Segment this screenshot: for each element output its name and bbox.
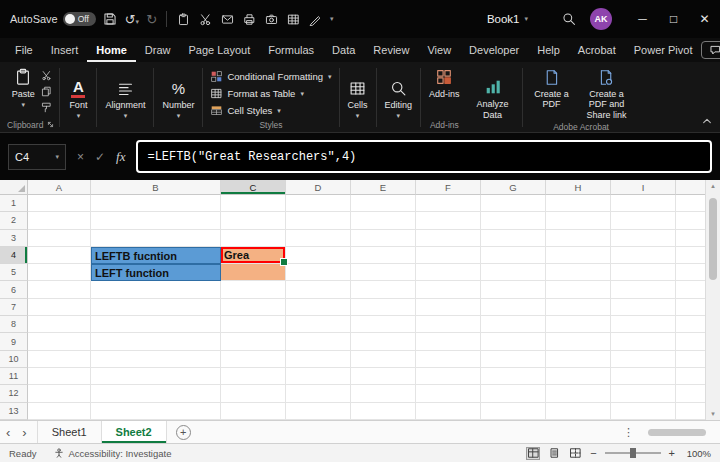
menu-tab-power-pivot[interactable]: Power Pivot [625,38,702,62]
zoom-in-button[interactable]: + [668,447,676,459]
row-header-7[interactable]: 7 [0,299,28,316]
cell-A12[interactable] [28,385,91,402]
cell-E9[interactable] [351,333,416,350]
cell-E2[interactable] [351,212,416,229]
cell-G1[interactable] [481,195,546,212]
menu-tab-page-layout[interactable]: Page Layout [179,38,259,62]
cell-G10[interactable] [481,351,546,368]
search-icon[interactable] [561,12,576,27]
cell-filler[interactable] [676,195,705,212]
cell-D12[interactable] [286,385,351,402]
cell-H6[interactable] [546,281,611,298]
normal-view-button[interactable] [526,447,540,460]
cells-button[interactable]: Cells ▾ [345,76,371,121]
column-header-H[interactable]: H [546,180,611,195]
cell-D6[interactable] [286,281,351,298]
cell-A7[interactable] [28,299,91,316]
undo-button[interactable]: ↺▾ [125,13,139,26]
cell-D13[interactable] [286,403,351,420]
cell-H13[interactable] [546,403,611,420]
autosave-switch[interactable]: Off [63,12,96,26]
cell-filler[interactable] [676,264,705,281]
redo-button[interactable]: ↻ [146,13,157,26]
row-header-5[interactable]: 5 [0,264,28,281]
cell-D3[interactable] [286,230,351,247]
cell-I3[interactable] [611,230,676,247]
column-header-E[interactable]: E [351,180,416,195]
row-header-4[interactable]: 4 [0,247,28,264]
cell-filler[interactable] [676,230,705,247]
cell-C12[interactable] [221,385,286,402]
vertical-scrollbar[interactable]: ▴ ▾ [705,180,720,420]
cell-F4[interactable] [416,247,481,264]
cell-A4[interactable] [28,247,91,264]
scroll-down-icon[interactable]: ▾ [711,410,715,418]
draw-qat-icon[interactable] [308,12,323,27]
cell-C13[interactable] [221,403,286,420]
cell-A6[interactable] [28,281,91,298]
cell-B8[interactable] [91,316,221,333]
cell-B7[interactable] [91,299,221,316]
column-header-C[interactable]: C [221,180,286,195]
cancel-entry-button[interactable]: × [77,150,84,164]
sheet-nav-left-button[interactable]: ‹ [0,425,16,440]
cell-I7[interactable] [611,299,676,316]
cell-F7[interactable] [416,299,481,316]
sheet-bar-menu-icon[interactable]: ⋮ [619,426,638,439]
cell-B2[interactable] [91,212,221,229]
cell-A11[interactable] [28,368,91,385]
cell-E1[interactable] [351,195,416,212]
cell-G13[interactable] [481,403,546,420]
column-header-D[interactable]: D [286,180,351,195]
select-all-corner[interactable] [0,180,28,195]
zoom-slider-thumb[interactable] [630,448,636,458]
cell-H10[interactable] [546,351,611,368]
cell-filler[interactable] [676,385,705,402]
menu-tab-draw[interactable]: Draw [136,38,180,62]
format-as-table-button[interactable]: Format as Table ▾ [208,85,333,101]
number-button[interactable]: % Number ▾ [159,76,197,121]
cell-filler[interactable] [676,281,705,298]
cell-F12[interactable] [416,385,481,402]
cell-F10[interactable] [416,351,481,368]
cell-F3[interactable] [416,230,481,247]
cell-B9[interactable] [91,333,221,350]
collapse-ribbon-button[interactable] [702,111,712,129]
cell-B1[interactable] [91,195,221,212]
cell-C9[interactable] [221,333,286,350]
cell-C7[interactable] [221,299,286,316]
menu-tab-view[interactable]: View [418,38,460,62]
menu-tab-insert[interactable]: Insert [42,38,88,62]
cell-E6[interactable] [351,281,416,298]
menu-tab-developer[interactable]: Developer [460,38,528,62]
cell-I1[interactable] [611,195,676,212]
cell-I11[interactable] [611,368,676,385]
cell-D8[interactable] [286,316,351,333]
create-pdf-button[interactable]: Create a PDF [528,65,576,112]
cell-G7[interactable] [481,299,546,316]
horizontal-scrollbar-thumb[interactable] [648,429,706,436]
cell-C8[interactable] [221,316,286,333]
cell-I9[interactable] [611,333,676,350]
cell-C6[interactable] [221,281,286,298]
cell-B10[interactable] [91,351,221,368]
cell-D2[interactable] [286,212,351,229]
cell-I5[interactable] [611,264,676,281]
minimize-button[interactable]: ─ [627,0,658,38]
zoom-level[interactable]: 100% [683,448,711,459]
alignment-button[interactable]: Alignment ▾ [102,76,148,121]
cell-E8[interactable] [351,316,416,333]
add-sheet-button[interactable]: + [176,425,191,440]
cell-F6[interactable] [416,281,481,298]
cell-filler[interactable] [676,212,705,229]
menu-tab-help[interactable]: Help [528,38,569,62]
cell-G2[interactable] [481,212,546,229]
format-painter-icon[interactable] [41,101,53,113]
dialog-launcher-icon[interactable] [47,121,54,128]
row-header-12[interactable]: 12 [0,385,28,402]
cell-G3[interactable] [481,230,546,247]
cell-A9[interactable] [28,333,91,350]
cell-D7[interactable] [286,299,351,316]
menu-tab-home[interactable]: Home [87,38,136,62]
cell-A1[interactable] [28,195,91,212]
